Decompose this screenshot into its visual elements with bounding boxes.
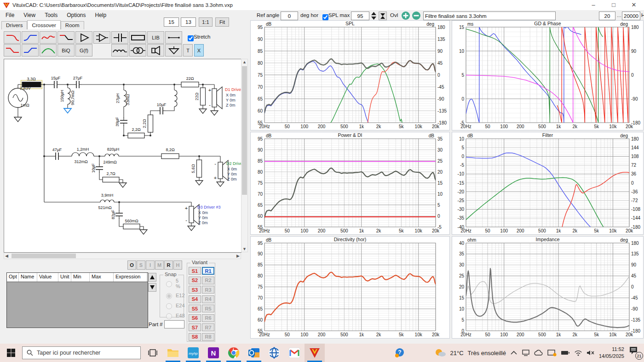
variant-r7-button[interactable]: R7 <box>202 323 214 331</box>
delete-tool-button[interactable]: X <box>194 44 204 57</box>
snap-option-E12[interactable]: E12 <box>164 292 184 299</box>
zoom-fit-button[interactable]: Fit <box>215 17 229 27</box>
biquad-button[interactable]: BiQ <box>58 44 75 57</box>
radio-E12[interactable] <box>166 293 172 299</box>
taskbar-app-myhp[interactable]: myhp <box>183 344 203 362</box>
variant-r8-button[interactable]: R8 <box>202 333 214 341</box>
scroll-down-icon[interactable]: ▼ <box>242 247 247 251</box>
taskbar-app-chrome[interactable] <box>224 344 244 362</box>
capacitor-button[interactable] <box>111 31 128 44</box>
zoom-1to1-button[interactable]: 1:1 <box>199 17 213 27</box>
driver-button[interactable] <box>147 44 164 57</box>
ground-button[interactable] <box>165 44 182 57</box>
mode-button-h[interactable]: H <box>173 260 182 270</box>
grid-x-input[interactable]: 15 <box>164 17 179 27</box>
resistor-button[interactable] <box>129 31 146 44</box>
variant-s8-button[interactable]: S8 <box>189 333 201 341</box>
tab-room[interactable]: Room <box>61 21 84 29</box>
gain-function-button[interactable]: G(f) <box>75 44 92 57</box>
row-down-button[interactable] <box>148 283 156 292</box>
crossover-schematic[interactable]: 3,3Ω2,83V1mΩ15µF27µF150µH90,7mΩ27µH33mΩ3… <box>4 59 242 253</box>
mode-button-m[interactable]: M <box>155 260 164 270</box>
scroll-left-icon[interactable]: ◀ <box>5 254 8 258</box>
allpass-block-button[interactable] <box>40 31 57 44</box>
transformer-button[interactable] <box>129 44 146 57</box>
menu-item-options[interactable]: Options <box>62 10 90 20</box>
autoscale-button[interactable] <box>379 11 387 20</box>
variant-s3-button[interactable]: S3 <box>189 286 201 294</box>
variant-s1-button[interactable]: S1 <box>189 267 201 275</box>
text-tool-button[interactable]: T <box>183 44 193 57</box>
inductor-button[interactable] <box>111 44 128 57</box>
variant-r3-button[interactable]: R3 <box>202 286 214 294</box>
radio-E48[interactable] <box>166 313 172 319</box>
tray-expand-icon[interactable] <box>510 351 518 355</box>
device-icon[interactable] <box>522 349 530 356</box>
variant-r6-button[interactable]: R6 <box>202 314 214 322</box>
weather-icon[interactable] <box>434 348 446 358</box>
taskbar-app-outlook[interactable] <box>244 344 264 362</box>
snap-option-E24[interactable]: E24 <box>164 302 184 309</box>
help-icon[interactable]: ? <box>395 348 405 358</box>
lowpass-block-button[interactable] <box>4 31 21 44</box>
snap-option-5%[interactable]: 5 % <box>164 278 184 289</box>
schematic-hscrollbar[interactable]: ◀ ▶ <box>4 253 241 259</box>
taskbar-app-explorer[interactable] <box>163 344 183 362</box>
deg-hor-checkbox[interactable] <box>322 14 328 20</box>
volume-muted-icon[interactable] <box>586 350 595 356</box>
minimize-icon[interactable]: – <box>583 0 604 10</box>
taskbar-app-sphere[interactable] <box>264 344 284 362</box>
radio-E24[interactable] <box>166 303 172 309</box>
wifi-icon[interactable] <box>574 350 582 356</box>
mode-button-r[interactable]: R <box>164 260 173 270</box>
menu-item-file[interactable]: File <box>1 10 19 20</box>
part-number-input[interactable] <box>164 320 184 328</box>
start-button[interactable] <box>6 348 16 357</box>
search-input[interactable]: Taper ici pour rechercher <box>22 346 141 359</box>
snap-option-E48[interactable]: E48 <box>164 312 184 319</box>
variant-s7-button[interactable]: S7 <box>189 323 201 331</box>
screen-share-icon[interactable] <box>547 349 557 356</box>
scroll-right-icon[interactable]: ▶ <box>236 254 240 258</box>
taskbar-app-gmail[interactable] <box>284 344 305 362</box>
variant-r2-button[interactable]: R2 <box>202 277 214 284</box>
maximize-icon[interactable]: □ <box>604 0 624 10</box>
taskbar-app-onenote[interactable]: N <box>203 344 224 362</box>
mode-button-i[interactable]: I <box>146 260 155 270</box>
mode-button-o[interactable]: O <box>127 260 136 270</box>
variant-s5-button[interactable]: S5 <box>189 305 201 312</box>
parameter-table[interactable]: OptNameValueUnitMinMaxExpression <box>6 272 148 328</box>
lowpass-shelf-button[interactable] <box>4 44 21 57</box>
stretch-checkbox[interactable] <box>188 35 194 41</box>
scroll-up-icon[interactable]: ▲ <box>242 60 247 64</box>
buffer-block-button[interactable] <box>75 31 92 44</box>
tab-drivers[interactable]: Drivers <box>1 21 27 29</box>
onedrive-icon[interactable] <box>534 350 543 356</box>
grid-y-input[interactable]: 13 <box>181 17 196 27</box>
spl-max-spinner[interactable] <box>370 11 377 20</box>
variant-s6-button[interactable]: S6 <box>189 314 201 322</box>
ref-angle-input[interactable]: 0 <box>281 11 298 20</box>
peak-eq-button[interactable] <box>40 44 57 57</box>
menu-item-help[interactable]: Help <box>91 10 111 20</box>
taskbar-app-vituixcad[interactable] <box>305 344 325 362</box>
variant-r5-button[interactable]: R5 <box>202 305 214 312</box>
task-view-icon[interactable] <box>148 349 157 357</box>
opamp-block-button[interactable] <box>93 31 110 44</box>
row-up-button[interactable] <box>148 273 156 282</box>
highpass-shelf-button[interactable] <box>22 44 39 57</box>
clock[interactable]: 11:52 14/05/2025 <box>599 346 624 360</box>
library-button[interactable]: LIB <box>147 31 164 44</box>
notification-button[interactable]: 21 <box>628 346 642 360</box>
tab-crossover[interactable]: Crossover <box>27 20 60 29</box>
menu-item-view[interactable]: View <box>19 10 40 20</box>
freq-min-input[interactable]: 20 <box>599 11 615 20</box>
battery-icon[interactable] <box>561 350 570 356</box>
close-icon[interactable]: ✕ <box>624 0 644 10</box>
variant-s2-button[interactable]: S2 <box>189 277 201 284</box>
freq-max-input[interactable]: 20000 <box>622 11 640 20</box>
variant-r4-button[interactable]: R4 <box>202 295 214 303</box>
table-body[interactable] <box>7 282 148 328</box>
wire-button[interactable] <box>165 31 182 44</box>
variant-s4-button[interactable]: S4 <box>189 295 201 303</box>
